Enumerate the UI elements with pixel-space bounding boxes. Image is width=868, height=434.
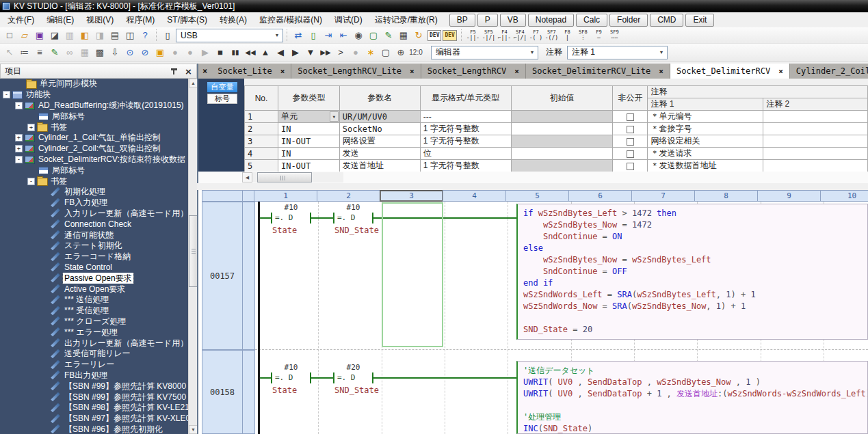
close-icon[interactable]: × — [410, 67, 415, 76]
ladder-column-header[interactable]: 3 — [380, 190, 443, 202]
menu-shortcut-button[interactable]: VB — [500, 14, 526, 27]
ladder-column-header[interactable]: 9 — [757, 190, 821, 202]
fkey-sf8-vline-del[interactable]: SF8 ⁞ — [575, 28, 591, 42]
comment1-cell[interactable]: 网络设定相关 — [648, 135, 763, 148]
print-icon[interactable]: ▤ — [107, 29, 122, 42]
register-list-icon[interactable]: ≔ — [17, 46, 32, 59]
tree-expander[interactable]: + — [27, 124, 35, 131]
tree-item[interactable]: FB出力処理 — [0, 370, 197, 381]
send-to-plc-icon[interactable]: ⇥ — [321, 29, 336, 42]
monitor-device-icon[interactable]: ▯ — [306, 29, 321, 42]
ladder-column-header[interactable]: 6 — [568, 190, 632, 202]
tree-item[interactable]: + Cylinder_2_Coil:气缸_双输出控制 — [0, 144, 197, 154]
monitor-warn-icon[interactable]: ▣ — [153, 46, 168, 59]
tree-item[interactable]: 初期化処理 — [0, 187, 197, 198]
refresh-icon[interactable]: ↻ — [411, 29, 426, 42]
menu-item[interactable]: ST/脚本(S) — [161, 13, 213, 27]
tree-item[interactable]: 单元间同步模块 — [0, 79, 197, 90]
tree-item[interactable]: Active Open要求 — [0, 284, 197, 295]
pause-button[interactable]: ▮▮ — [228, 46, 243, 59]
tree-item[interactable]: State Control — [0, 262, 197, 273]
tree-item[interactable]: エラーコード格納 — [0, 252, 197, 262]
tree-item[interactable]: - 书签 — [0, 176, 197, 187]
tree-item[interactable]: *** クローズ処理 — [0, 316, 197, 327]
document-tab[interactable]: Socket_Lite × — [211, 64, 291, 79]
tree-scrollbar[interactable]: ▲ ▼ — [188, 79, 197, 434]
tree-expander[interactable]: + — [15, 145, 23, 152]
menu-shortcut-button[interactable]: CMD — [650, 14, 683, 27]
tree-item[interactable]: エラーリレー — [0, 360, 197, 370]
fkey-f9-hline[interactable]: F9 — — [591, 28, 607, 42]
table-row[interactable]: 2 IN ▼ SocketNo 1 字无符号整数 ＊套接字号 — [245, 123, 868, 135]
edit-comment-icon[interactable]: ✎ — [47, 46, 62, 59]
tree-item[interactable]: 【SBN #96】参照先初期化 — [0, 424, 197, 434]
step-back-button[interactable]: ◀ — [273, 46, 288, 59]
tree-item[interactable]: 通信可能状態 — [0, 230, 197, 241]
clock-icon[interactable]: 12:0 — [408, 46, 423, 59]
fkey-f7-coil[interactable]: F7 -( ) — [528, 28, 544, 42]
tree-item[interactable]: FB入力処理 — [0, 198, 197, 208]
close-icon[interactable]: × — [280, 67, 285, 76]
menu-shortcut-button[interactable]: Notepad — [528, 14, 574, 27]
read-from-plc-icon[interactable]: ⇤ — [336, 29, 351, 42]
comment2-cell[interactable] — [763, 123, 868, 135]
export-icon[interactable]: ◨ — [92, 29, 107, 42]
save-project-icon[interactable]: ▣ — [32, 29, 47, 42]
tree-item[interactable]: - Socket_DelimiterRCV:按结束符接收数据 — [0, 154, 197, 165]
unit-block-icon[interactable]: ▩ — [92, 46, 107, 59]
format-cell[interactable]: 1 字无符号整数 — [420, 160, 511, 172]
monitor2-icon[interactable]: ▢ — [378, 46, 393, 59]
comment1-cell[interactable]: ＊发送请求 — [648, 148, 763, 160]
step-up-button[interactable]: ▲ — [258, 46, 273, 59]
play-button[interactable]: ▶ — [198, 46, 213, 59]
block-grid-icon[interactable]: ▦ — [77, 46, 92, 59]
ladder-column-header[interactable]: 1 — [254, 190, 317, 202]
tree-item[interactable]: *** 送信処理 — [0, 295, 197, 306]
menu-shortcut-button[interactable]: Exit — [685, 14, 714, 27]
param-type-cell[interactable]: IN ▼ — [278, 123, 339, 135]
select-cursor-icon[interactable]: ↖ — [2, 46, 17, 59]
param-name-cell[interactable]: 网络设置 — [339, 135, 420, 148]
new-project-icon[interactable]: □ — [2, 29, 17, 42]
project-settings-icon[interactable]: ▥ — [62, 29, 77, 42]
ladder-column-header[interactable]: 2 — [317, 190, 380, 202]
menu-shortcut-button[interactable]: Folder — [609, 14, 648, 27]
private-checkbox[interactable] — [627, 113, 634, 121]
print-preview-icon[interactable]: ◫ — [122, 29, 137, 42]
document-tab[interactable]: Socket_DelimiterRCV × — [670, 64, 790, 79]
tree-item[interactable]: Connection Check — [0, 219, 197, 230]
table-hscrollbar[interactable]: ◀ — [242, 172, 343, 182]
stop-button[interactable]: ■ — [213, 46, 228, 59]
comment2-cell[interactable] — [763, 135, 868, 148]
document-tab[interactable]: Cylinder_2_Coil(只读) × — [790, 64, 868, 79]
comm-port-combo[interactable]: USB ▼ — [176, 29, 283, 42]
comment2-cell[interactable] — [763, 160, 868, 172]
tree-item[interactable]: 【SBN #98】参照先計算 KV-LE21 — [0, 403, 197, 413]
param-type-cell[interactable]: 单元 ▼ — [278, 111, 339, 123]
tree-expander[interactable]: - — [3, 91, 10, 98]
tree-item[interactable]: ステート初期化 — [0, 241, 197, 252]
editor-mode-combo[interactable]: 编辑器 ▼ — [431, 46, 538, 59]
fkey-sf5-contact-not[interactable]: SF5 -|/| — [481, 28, 497, 42]
save-as-icon[interactable]: ◪ — [47, 29, 62, 42]
selected-grid-cell[interactable] — [382, 202, 443, 347]
ladder-rung[interactable]: #10 =. D State #20 =. D SND_State '送信データ… — [198, 350, 868, 434]
compare-contact[interactable]: #20 =. D SND_State — [333, 363, 373, 397]
fkey-f8-vline[interactable]: F8 | — [560, 28, 575, 42]
param-name-cell[interactable]: SocketNo — [339, 123, 420, 135]
help-icon[interactable]: ? — [137, 29, 153, 42]
document-tab[interactable]: Socket_LengthRCV_Lite × — [291, 64, 421, 79]
watch-window2-icon[interactable]: ⊘ — [137, 46, 153, 59]
menu-shortcut-button[interactable]: Calc — [576, 14, 607, 27]
ladder-editor[interactable]: 12345678910 00157 00158 #10 =. D State — [198, 190, 868, 434]
stopwatch-icon[interactable]: ⊕ — [393, 46, 408, 59]
rung-number[interactable]: 00158 — [202, 350, 243, 434]
comment1-cell[interactable]: ＊套接字号 — [648, 123, 763, 135]
comm-device-icon[interactable]: ▯ — [160, 29, 175, 42]
step-over-button[interactable]: > — [333, 46, 348, 59]
ladder-column-header[interactable]: 7 — [631, 190, 695, 202]
transfer-settings-icon[interactable]: ⇄ — [291, 29, 306, 42]
watch-window-icon[interactable]: ⊙ — [122, 46, 137, 59]
tree-item[interactable]: - 功能块 — [0, 90, 197, 100]
tree-item[interactable]: 【SBN #99】参照先計算 KV7500 — [0, 392, 197, 403]
